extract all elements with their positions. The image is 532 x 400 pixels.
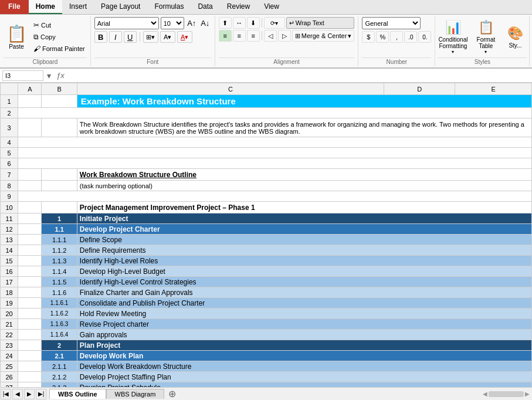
increase-indent-btn[interactable]: ▷ bbox=[278, 30, 291, 42]
cell-C3[interactable]: The Work Breakdown Structure identifies … bbox=[77, 118, 531, 137]
cell-B17[interactable]: 1.1.5 bbox=[42, 277, 77, 287]
row-header[interactable]: 3 bbox=[1, 118, 18, 137]
row-header[interactable]: 16 bbox=[1, 266, 18, 277]
row-header[interactable]: 4 bbox=[1, 137, 18, 148]
cell-C12[interactable]: Develop Project Charter bbox=[77, 224, 531, 235]
col-header-E[interactable]: E bbox=[455, 83, 532, 95]
cell-B19[interactable]: 1.1.6.1 bbox=[42, 298, 77, 309]
text-orientation-btn[interactable]: ⟳▾ bbox=[264, 17, 285, 29]
cell-B14[interactable]: 1.1.2 bbox=[42, 245, 77, 256]
increase-decimal-btn[interactable]: .0 bbox=[404, 31, 417, 43]
cell-A26[interactable] bbox=[18, 372, 42, 382]
cell-C24[interactable]: Develop Work Plan bbox=[77, 351, 531, 361]
bold-button[interactable]: B bbox=[94, 31, 107, 43]
decrease-decimal-btn[interactable]: 0. bbox=[418, 31, 431, 43]
cell-A19[interactable] bbox=[18, 298, 42, 309]
decrease-font-btn[interactable]: A↓ bbox=[199, 18, 211, 29]
cell-C25[interactable]: Develop Work Breakdown Structure bbox=[77, 361, 531, 372]
cell-B22[interactable]: 1.1.6.4 bbox=[42, 330, 77, 340]
cell-A16[interactable] bbox=[18, 266, 42, 277]
tab-formulas[interactable]: Formulas bbox=[147, 0, 191, 14]
cell-C8[interactable]: (task numbering optional) bbox=[77, 181, 531, 191]
cell-C16[interactable]: Develop High-Level Budget bbox=[77, 266, 531, 277]
cell-A18[interactable] bbox=[18, 287, 42, 298]
cell-A3[interactable] bbox=[18, 118, 42, 137]
cell-C23[interactable]: Plan Project bbox=[77, 340, 531, 351]
font-size-select[interactable]: 10 bbox=[161, 17, 184, 29]
cell-A7[interactable] bbox=[18, 169, 42, 181]
row-header[interactable]: 13 bbox=[1, 235, 18, 245]
cell-B8[interactable] bbox=[42, 181, 77, 191]
cell-C1[interactable]: Example: Work Breakdown Structure bbox=[77, 95, 531, 108]
cell-B26[interactable]: 2.1.2 bbox=[42, 372, 77, 382]
cell-A24[interactable] bbox=[18, 351, 42, 361]
number-format-select[interactable]: General bbox=[362, 17, 421, 29]
sheet-nav-first[interactable]: |◀ bbox=[1, 389, 11, 399]
cell-B24[interactable]: 2.1 bbox=[42, 351, 77, 361]
cell-A14[interactable] bbox=[18, 245, 42, 256]
cell-B11[interactable]: 1 bbox=[42, 213, 77, 224]
row-header[interactable]: 15 bbox=[1, 256, 18, 266]
row-header[interactable]: 19 bbox=[1, 298, 18, 309]
cell-A25[interactable] bbox=[18, 361, 42, 372]
paste-button[interactable]: 📋 Paste bbox=[4, 17, 29, 56]
align-bottom-btn[interactable]: ⬇ bbox=[247, 17, 260, 29]
row-header[interactable]: 5 bbox=[1, 148, 18, 158]
align-top-btn[interactable]: ⬆ bbox=[219, 17, 232, 29]
row-header[interactable]: 12 bbox=[1, 224, 18, 235]
cell-A8[interactable] bbox=[18, 181, 42, 191]
row-header[interactable]: 25 bbox=[1, 361, 18, 372]
cell-C7[interactable]: Work Breakdown Structure Outline bbox=[77, 169, 531, 181]
cell-A13[interactable] bbox=[18, 235, 42, 245]
copy-button[interactable]: ⧉ Copy bbox=[32, 32, 87, 42]
cell-styles-button[interactable]: 🎨 Sty... bbox=[503, 21, 527, 55]
row-header[interactable]: 9 bbox=[1, 191, 18, 202]
sheet-nav-next[interactable]: ▶ bbox=[24, 389, 35, 399]
tab-insert[interactable]: Insert bbox=[62, 0, 94, 14]
underline-button[interactable]: U bbox=[124, 31, 137, 43]
add-sheet-btn[interactable]: ⊕ bbox=[167, 389, 177, 399]
row-header[interactable]: 23 bbox=[1, 340, 18, 351]
cell-C21[interactable]: Revise Project charter bbox=[77, 319, 531, 330]
function-wizard-icon[interactable]: ƒx bbox=[55, 71, 66, 80]
row-header[interactable]: 1 bbox=[1, 95, 18, 108]
col-header-C[interactable]: C bbox=[77, 83, 384, 95]
align-right-btn[interactable]: ≡ bbox=[247, 30, 260, 42]
cell-B3[interactable] bbox=[42, 118, 77, 137]
borders-button[interactable]: ⊞▾ bbox=[143, 31, 158, 43]
row-header[interactable]: 21 bbox=[1, 319, 18, 330]
italic-button[interactable]: I bbox=[109, 31, 122, 43]
formula-input[interactable] bbox=[69, 72, 530, 80]
increase-font-btn[interactable]: A↑ bbox=[186, 18, 198, 29]
row-header[interactable]: 6 bbox=[1, 158, 18, 169]
row-header[interactable]: 8 bbox=[1, 181, 18, 191]
row-header[interactable]: 18 bbox=[1, 287, 18, 298]
tab-page-layout[interactable]: Page Layout bbox=[94, 0, 147, 14]
cell-C22[interactable]: Gain approvals bbox=[77, 330, 531, 340]
cell-B1[interactable] bbox=[42, 95, 77, 108]
tab-home[interactable]: Home bbox=[29, 0, 62, 14]
row-header[interactable]: 10 bbox=[1, 202, 18, 213]
col-header-B[interactable]: B bbox=[42, 83, 77, 95]
font-name-select[interactable]: Arial bbox=[94, 17, 159, 29]
tab-view[interactable]: View bbox=[257, 0, 286, 14]
col-header-A[interactable]: A bbox=[18, 83, 42, 95]
currency-btn[interactable]: $ bbox=[362, 31, 375, 43]
cell-A15[interactable] bbox=[18, 256, 42, 266]
cell-A10[interactable] bbox=[18, 202, 42, 213]
cell-C14[interactable]: Define Requirements bbox=[77, 245, 531, 256]
align-middle-btn[interactable]: ↔ bbox=[233, 17, 246, 29]
cell-reference-input[interactable] bbox=[2, 70, 43, 81]
cell-B13[interactable]: 1.1.1 bbox=[42, 235, 77, 245]
sheet-nav-prev[interactable]: ◀ bbox=[12, 389, 23, 399]
cell-A23[interactable] bbox=[18, 340, 42, 351]
cell-A1[interactable] bbox=[18, 95, 42, 108]
cell-C17[interactable]: Identify High-Level Control Strategies bbox=[77, 277, 531, 287]
cell-C18[interactable]: Finalize Charter and Gain Approvals bbox=[77, 287, 531, 298]
cell-C11[interactable]: Initiate Project bbox=[77, 213, 531, 224]
cell-B16[interactable]: 1.1.4 bbox=[42, 266, 77, 277]
cell-A20[interactable] bbox=[18, 309, 42, 319]
expand-formula-bar-btn[interactable]: ▾ bbox=[46, 71, 52, 80]
comma-btn[interactable]: , bbox=[390, 31, 403, 43]
row-header[interactable]: 11 bbox=[1, 213, 18, 224]
